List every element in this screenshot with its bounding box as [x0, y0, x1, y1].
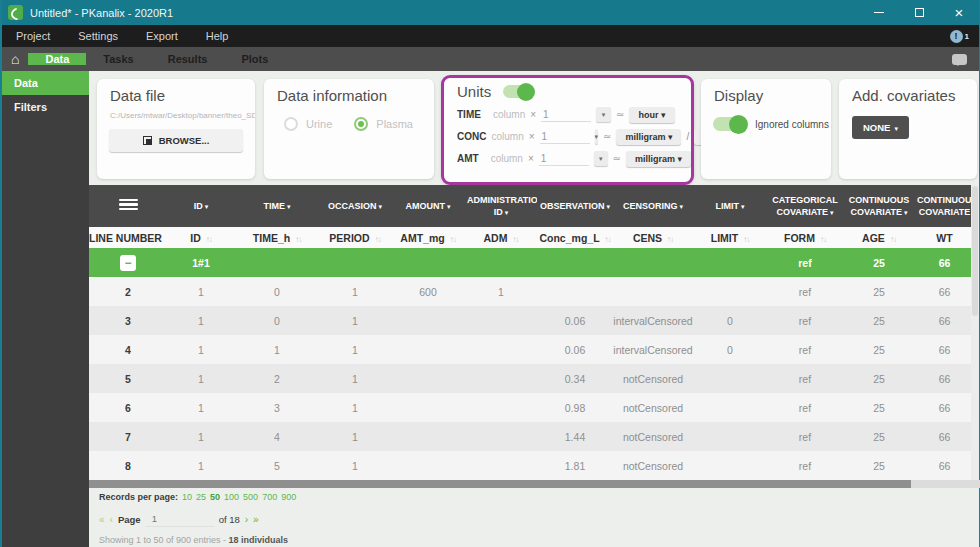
mapping-header-limit[interactable]: LIMIT▾ — [693, 185, 767, 227]
last-page-button[interactable]: » — [253, 514, 259, 525]
tab-results[interactable]: Results — [151, 53, 225, 65]
column-header-line-number[interactable]: LINE NUMBER↑↓ — [89, 227, 167, 248]
records-option-900[interactable]: 900 — [281, 492, 296, 502]
unit-select-hour[interactable]: hour ▾ — [629, 107, 674, 123]
mapping-header-id[interactable]: ID▾ — [167, 185, 235, 227]
add-covariates-none-button[interactable]: NONE▾ — [852, 116, 909, 139]
table-cell — [693, 451, 767, 480]
unit-select-milligram[interactable]: milligram ▾ — [626, 151, 691, 167]
column-header-id[interactable]: ID↑↓ — [167, 227, 235, 248]
vertical-scrollbar[interactable] — [971, 185, 979, 480]
maximize-button[interactable] — [899, 0, 939, 25]
minimize-button[interactable] — [859, 0, 899, 25]
mapping-header-categorical-covariate[interactable]: CATEGORICAL COVARIATE▾ — [767, 185, 843, 227]
unit-factor-input[interactable] — [541, 108, 591, 122]
radio-urine[interactable] — [284, 117, 298, 131]
tab-plots[interactable]: Plots — [224, 53, 285, 65]
radio-plasma[interactable] — [354, 117, 368, 131]
column-header-conc-mg-l[interactable]: Conc_mg_L↑↓ — [537, 227, 613, 248]
units-panel: Units TIMEcolumn×▾≃hour ▾CONCcolumn×▾≃mi… — [441, 75, 694, 185]
ignored-columns-toggle[interactable] — [713, 117, 746, 131]
table-row: 21016001ref2566 — [89, 277, 974, 306]
table-cell: 1 — [319, 422, 391, 451]
column-header-form[interactable]: FORM↑↓ — [767, 227, 843, 248]
tab-data[interactable]: Data — [28, 53, 86, 65]
table-cell — [693, 248, 767, 277]
collapse-row-button[interactable]: − — [120, 255, 136, 271]
vertical-scrollbar-thumb[interactable] — [972, 186, 978, 316]
menu-item-export[interactable]: Export — [132, 30, 192, 42]
entries-summary: Showing 1 to 50 of 900 entries - — [99, 535, 229, 545]
table-cell: 2 — [235, 364, 319, 393]
records-option-700[interactable]: 700 — [262, 492, 277, 502]
records-option-500[interactable]: 500 — [243, 492, 258, 502]
unit-factor-input[interactable] — [539, 152, 589, 166]
column-header-wt[interactable]: WT — [915, 227, 974, 248]
data-file-path: C:/Users/mtwar/Desktop/banner/theo_SD.cs… — [97, 104, 255, 120]
menu-item-project[interactable]: Project — [12, 30, 64, 42]
mapping-header-continuous-covariate[interactable]: CONTINUOUS COVARIATE▾ — [843, 185, 915, 227]
unit-name-label: TIME — [457, 109, 488, 120]
column-header-cens[interactable]: CENS↑↓ — [613, 227, 693, 248]
notification-icon[interactable]: ! — [950, 30, 963, 43]
column-header-age[interactable]: AGE↑↓ — [843, 227, 915, 248]
unit-factor-input[interactable] — [540, 130, 590, 144]
menu-item-settings[interactable]: Settings — [64, 30, 132, 42]
mapping-header-administration-id[interactable]: ADMINISTRATION ID▾ — [465, 185, 537, 227]
table-cell: ref — [767, 393, 843, 422]
table-cell: 25 — [843, 422, 915, 451]
column-header-period[interactable]: PERIOD↑↓ — [319, 227, 391, 248]
minimize-icon — [874, 12, 884, 13]
radio-label-plasma: Plasma — [376, 118, 413, 130]
records-option-100[interactable]: 100 — [224, 492, 239, 502]
feedback-bubble-icon[interactable] — [952, 54, 967, 65]
table-cell — [465, 364, 537, 393]
close-button[interactable]: × — [939, 0, 979, 25]
unit-divide-sign: / — [686, 131, 689, 142]
table-menu-button[interactable] — [89, 185, 167, 227]
home-icon[interactable]: ⌂ — [2, 47, 28, 71]
records-option-25[interactable]: 25 — [196, 492, 206, 502]
menu-item-help[interactable]: Help — [192, 30, 243, 42]
column-header-amt-mg[interactable]: AMT_mg↑↓ — [391, 227, 465, 248]
sidebar-item-data[interactable]: Data — [2, 71, 89, 95]
table-cell — [391, 364, 465, 393]
data-information-panel: Data information UrinePlasma — [264, 79, 434, 179]
mapping-header-observation[interactable]: OBSERVATION▾ — [537, 185, 613, 227]
unit-factor-dropdown[interactable]: ▾ — [596, 107, 611, 122]
first-page-button[interactable]: « — [99, 514, 105, 525]
tab-tasks[interactable]: Tasks — [86, 53, 150, 65]
table-cell: 0.06 — [537, 335, 613, 364]
mapping-header-occasion[interactable]: OCCASION▾ — [319, 185, 391, 227]
unit-factor-dropdown[interactable]: ▾ — [594, 151, 608, 166]
prev-page-button[interactable]: ‹ — [110, 514, 113, 525]
page-number-input[interactable] — [146, 511, 214, 527]
table-cell: 66 — [915, 422, 974, 451]
records-option-10[interactable]: 10 — [182, 492, 192, 502]
next-page-button[interactable]: › — [245, 514, 248, 525]
mapping-header-time[interactable]: TIME▾ — [235, 185, 319, 227]
mapping-header-continuous-covariate[interactable]: CONTINUOUS COVARIATE — [915, 185, 974, 227]
sort-icon: ↑↓ — [605, 235, 611, 244]
table-cell — [537, 277, 613, 306]
mapping-header-censoring[interactable]: CENSORING▾ — [613, 185, 693, 227]
table-cell — [391, 451, 465, 480]
sidebar-item-filters[interactable]: Filters — [2, 95, 89, 119]
unit-factor-dropdown[interactable]: ▾ — [595, 129, 599, 144]
tabs: DataTasksResultsPlots — [28, 47, 285, 71]
add-covariates-panel: Add. covariates NONE▾ — [839, 79, 977, 179]
table-cell: 1.81 — [537, 451, 613, 480]
units-toggle[interactable] — [503, 85, 533, 98]
table-cell: 0.34 — [537, 364, 613, 393]
horizontal-scrollbar-thumb[interactable] — [89, 480, 911, 488]
unit-select-milligram[interactable]: milligram ▾ — [616, 129, 681, 145]
records-option-50[interactable]: 50 — [210, 492, 220, 502]
horizontal-scrollbar[interactable] — [89, 480, 980, 488]
browse-button[interactable]: BROWSE... — [109, 129, 243, 152]
mapping-header-amount[interactable]: AMOUNT▾ — [391, 185, 465, 227]
table-cell — [537, 248, 613, 277]
column-header-time-h[interactable]: TIME_h↑↓ — [235, 227, 319, 248]
column-header-adm[interactable]: ADM↑↓ — [465, 227, 537, 248]
column-header-limit[interactable]: LIMIT↑↓ — [693, 227, 767, 248]
approx-equals-sign: ≃ — [616, 109, 624, 120]
